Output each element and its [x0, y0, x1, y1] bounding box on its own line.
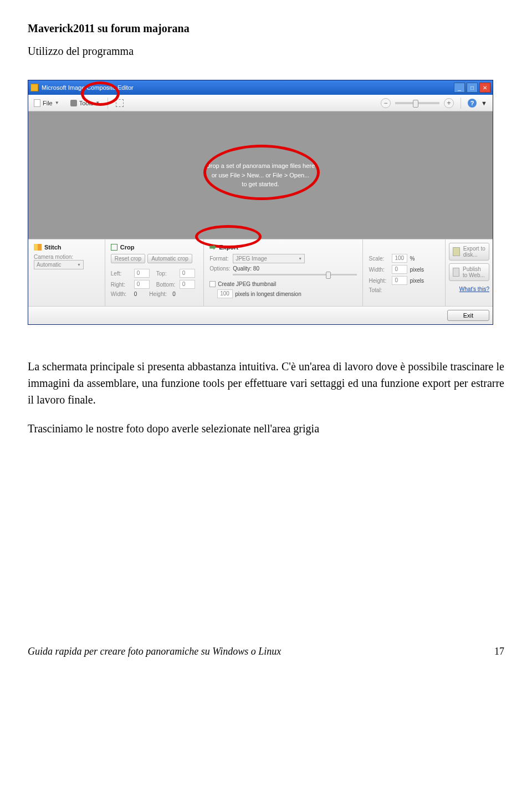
app-icon: [30, 84, 38, 91]
publish-web-button[interactable]: Publish to Web...: [449, 263, 489, 281]
quality-slider[interactable]: [233, 274, 357, 275]
crop-panel: Crop Reset crop Automatic crop Left: 0 T…: [105, 239, 204, 306]
zoom-out-button[interactable]: −: [381, 98, 391, 108]
crop-bottom-input[interactable]: 0: [180, 280, 195, 289]
disk-icon: [453, 247, 460, 256]
crop-width-value: 0: [134, 291, 137, 297]
crop-height-value: 0: [172, 291, 176, 297]
reset-crop-button[interactable]: Reset crop: [111, 254, 145, 263]
stitch-icon: [34, 244, 42, 251]
crop-height-label: Height:: [149, 291, 170, 297]
help-icon[interactable]: ?: [468, 99, 477, 108]
size-panel: Scale: 100 % Width: 0 pixels Height: 0 p…: [363, 239, 446, 306]
page-number: 17: [494, 646, 504, 657]
chevron-down-icon: ▼: [481, 100, 487, 106]
camera-motion-value: Automatic: [37, 262, 61, 268]
chevron-down-icon: ▼: [77, 263, 81, 267]
crop-top-label: Top:: [156, 271, 177, 277]
exit-button[interactable]: Exit: [447, 310, 489, 321]
doc-subtitle: Utilizzo del programma: [28, 45, 504, 58]
annotation-oval-drop: [203, 145, 320, 200]
stitch-title: Stitch: [34, 244, 99, 251]
crop-right-label: Right:: [111, 282, 132, 288]
crop-icon: [111, 244, 117, 251]
chevron-down-icon: ▼: [298, 257, 302, 261]
scale-label: Scale:: [369, 256, 390, 262]
options-label: Options:: [209, 266, 231, 272]
pixels-label: pixels: [410, 267, 424, 273]
paragraph-1: La schermata principale si presenta abba…: [28, 358, 504, 408]
format-value: JPEG Image: [236, 256, 267, 262]
stitch-panel: Stitch Camera motion: Automatic ▼: [28, 239, 105, 306]
scale-input[interactable]: 100: [392, 254, 407, 263]
footer-text: Guida rapida per creare foto panoramiche…: [28, 646, 281, 657]
crop-left-input[interactable]: 0: [134, 269, 150, 278]
doc-header: Maverick2011 su forum majorana: [28, 22, 504, 35]
export-panel: Export Format: JPEG Image ▼ Options: Qua…: [204, 239, 363, 306]
exit-bar: Exit: [28, 306, 493, 324]
crop-icon: [116, 99, 124, 107]
camera-motion-label: Camera motion:: [34, 254, 99, 260]
crop-top-input[interactable]: 0: [180, 269, 195, 278]
export-disk-button[interactable]: Export to disk...: [449, 243, 489, 261]
file-menu[interactable]: File ▼: [28, 97, 65, 109]
camera-motion-select[interactable]: Automatic ▼: [34, 260, 84, 269]
zoom-slider[interactable]: [395, 102, 439, 104]
right-panel: Export to disk... Publish to Web... What…: [446, 239, 493, 306]
thumbnail-checkbox[interactable]: [209, 281, 216, 287]
canvas-area[interactable]: Drop a set of panorama image files here …: [28, 111, 493, 239]
close-button[interactable]: ✕: [479, 83, 490, 93]
gear-icon: [70, 100, 77, 106]
paragraph-2: Trasciniamo le nostre foto dopo averle s…: [28, 422, 504, 435]
app-window: Microsoft Image Composite Editor _ □ ✕ F…: [28, 80, 493, 325]
pixels-label: pixels: [410, 278, 424, 284]
file-icon: [34, 99, 40, 107]
export-disk-label: Export to disk...: [463, 246, 485, 258]
size-height-label: Height:: [369, 278, 390, 284]
crop-width-label: Width:: [111, 291, 132, 297]
panels: Stitch Camera motion: Automatic ▼ Crop: [28, 239, 493, 306]
crop-bottom-label: Bottom:: [156, 282, 177, 288]
quality-label: Quality: 80: [233, 266, 259, 272]
format-select[interactable]: JPEG Image ▼: [233, 254, 305, 263]
chevron-down-icon: ▼: [55, 100, 59, 105]
file-menu-label: File: [43, 100, 53, 106]
annotation-oval-export: [195, 225, 262, 248]
annotation-oval-tools: [81, 81, 120, 106]
percent-label: %: [410, 256, 415, 262]
total-label: Total:: [369, 287, 390, 293]
thumbnail-size-input[interactable]: 100: [217, 289, 233, 298]
format-label: Format:: [209, 256, 231, 262]
minimize-button[interactable]: _: [454, 83, 465, 93]
size-width-label: Width:: [369, 267, 390, 273]
crop-left-label: Left:: [111, 271, 132, 277]
stitch-title-label: Stitch: [44, 244, 62, 251]
zoom-in-button[interactable]: +: [444, 98, 454, 108]
thumbnail-suffix: pixels in longest dimension: [235, 291, 301, 297]
thumbnail-label: Create JPEG thumbnail: [218, 281, 276, 287]
crop-title: Crop: [111, 244, 198, 251]
size-width-input[interactable]: 0: [392, 265, 407, 274]
web-icon: [453, 268, 459, 277]
whats-this-link[interactable]: What's this?: [459, 286, 489, 292]
size-height-input[interactable]: 0: [392, 276, 407, 285]
maximize-button[interactable]: □: [467, 83, 478, 93]
crop-title-label: Crop: [120, 244, 135, 251]
auto-crop-button[interactable]: Automatic crop: [147, 254, 192, 263]
publish-web-label: Publish to Web...: [463, 266, 485, 278]
crop-right-input[interactable]: 0: [134, 280, 150, 289]
